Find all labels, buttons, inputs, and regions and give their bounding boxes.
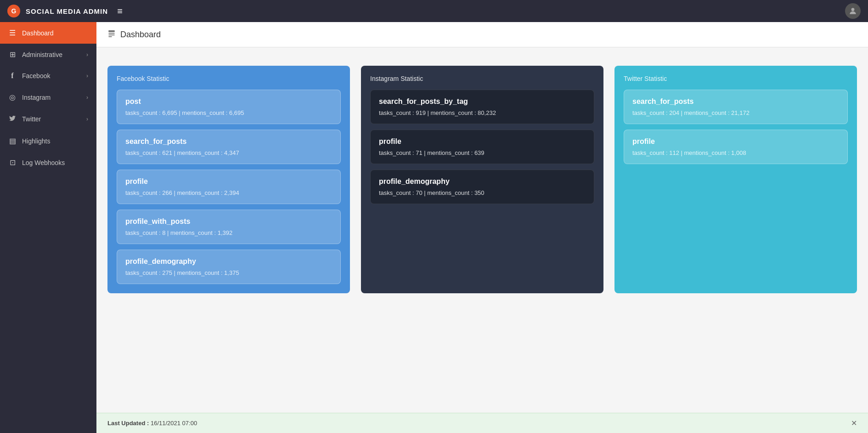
stat-card-fb-profile[interactable]: profile tasks_count : 266 | mentions_cou…: [117, 170, 341, 204]
notification-close-button[interactable]: ✕: [851, 419, 857, 427]
stat-card-counts: tasks_count : 919 | mentions_count : 80,…: [379, 109, 586, 116]
stat-card-fb-search-posts[interactable]: search_for_posts tasks_count : 621 | men…: [117, 130, 341, 164]
last-updated-text: Last Updated : 16/11/2021 07:00: [107, 420, 197, 427]
stat-card-counts: tasks_count : 71 | mentions_count : 639: [379, 149, 586, 156]
chevron-icon: ›: [86, 94, 88, 101]
twitter-icon: [8, 114, 17, 124]
stat-card-name: profile: [125, 177, 332, 186]
last-updated-label: Last Updated :: [107, 420, 149, 427]
sidebar-item-log-webhooks[interactable]: ⊡ Log Webhooks: [0, 152, 96, 173]
page-header: Dashboard: [96, 22, 868, 47]
facebook-stat-section: Facebook Statistic post tasks_count : 6,…: [107, 66, 350, 293]
page-header-icon: [107, 29, 116, 40]
svg-rect-4: [108, 36, 112, 37]
top-navbar: G SOCIAL MEDIA ADMIN ≡: [0, 0, 868, 22]
svg-rect-3: [108, 34, 115, 35]
sidebar-item-dashboard[interactable]: ☰ Dashboard: [0, 22, 96, 44]
stat-card-name: profile: [632, 137, 839, 146]
app-title: SOCIAL MEDIA ADMIN: [26, 7, 108, 15]
sidebar-label-instagram: Instagram: [22, 94, 81, 101]
user-avatar[interactable]: [845, 3, 861, 19]
sidebar-label-administrative: Administrative: [22, 51, 81, 58]
stat-card-name: profile_demography: [379, 177, 586, 186]
stat-card-name: profile_demography: [125, 257, 332, 266]
sidebar-item-instagram[interactable]: ◎ Instagram ›: [0, 86, 96, 108]
stat-card-counts: tasks_count : 70 | mentions_count : 350: [379, 189, 586, 196]
log-webhooks-icon: ⊡: [8, 158, 17, 167]
navbar-left: G SOCIAL MEDIA ADMIN ≡: [7, 5, 123, 17]
main-layout: ☰ Dashboard ⊞ Administrative › f Faceboo…: [0, 22, 868, 433]
stat-card-name: search_for_posts: [125, 137, 332, 146]
chevron-icon: ›: [86, 116, 88, 122]
app-logo: G: [7, 5, 20, 17]
stat-card-counts: tasks_count : 204 | mentions_count : 21,…: [632, 109, 839, 116]
stat-card-ig-search-tag[interactable]: search_for_posts_by_tag tasks_count : 91…: [370, 90, 594, 124]
sidebar-item-facebook[interactable]: f Facebook ›: [0, 65, 96, 86]
sidebar-label-highlights: Highlights: [22, 137, 88, 145]
administrative-icon: ⊞: [8, 50, 17, 59]
sidebar-item-twitter[interactable]: Twitter ›: [0, 108, 96, 130]
stat-card-counts: tasks_count : 275 | mentions_count : 1,3…: [125, 269, 332, 276]
facebook-icon: f: [8, 72, 17, 80]
twitter-stat-section: Twitter Statistic search_for_posts tasks…: [614, 66, 857, 293]
content-area: Dashboard Facebook Statistic post tasks_…: [96, 22, 868, 433]
stat-card-name: search_for_posts: [632, 97, 839, 106]
sidebar-label-twitter: Twitter: [22, 115, 81, 123]
stat-card-name: profile_with_posts: [125, 217, 332, 226]
stat-card-ig-profile[interactable]: profile tasks_count : 71 | mentions_coun…: [370, 130, 594, 164]
stat-card-ig-profile-demography[interactable]: profile_demography tasks_count : 70 | me…: [370, 170, 594, 204]
page-title: Dashboard: [120, 30, 161, 40]
stat-card-fb-post[interactable]: post tasks_count : 6,695 | mentions_coun…: [117, 90, 341, 124]
stat-card-counts: tasks_count : 8 | mentions_count : 1,392: [125, 229, 332, 236]
sidebar-label-dashboard: Dashboard: [22, 29, 88, 37]
instagram-stat-section: Instagram Statistic search_for_posts_by_…: [361, 66, 603, 293]
dashboard-icon: ☰: [8, 28, 17, 37]
stat-card-counts: tasks_count : 266 | mentions_count : 2,3…: [125, 189, 332, 196]
twitter-stat-title: Twitter Statistic: [624, 75, 848, 82]
sidebar-label-facebook: Facebook: [22, 72, 81, 80]
stat-card-fb-profile-with-posts[interactable]: profile_with_posts tasks_count : 8 | men…: [117, 210, 341, 244]
last-updated-value: 16/11/2021 07:00: [151, 420, 197, 427]
stats-grid: Facebook Statistic post tasks_count : 6,…: [107, 66, 857, 293]
footer-notification: Last Updated : 16/11/2021 07:00 ✕: [96, 413, 868, 433]
sidebar-label-log-webhooks: Log Webhooks: [22, 159, 88, 166]
hamburger-icon[interactable]: ≡: [117, 6, 123, 17]
instagram-stat-title: Instagram Statistic: [370, 75, 594, 82]
sidebar-item-administrative[interactable]: ⊞ Administrative ›: [0, 44, 96, 65]
stat-card-name: profile: [379, 137, 586, 146]
chevron-icon: ›: [86, 51, 88, 58]
stat-card-tw-profile[interactable]: profile tasks_count : 112 | mentions_cou…: [624, 130, 848, 164]
stat-card-name: search_for_posts_by_tag: [379, 97, 586, 106]
facebook-stat-title: Facebook Statistic: [117, 75, 341, 82]
svg-rect-1: [108, 30, 115, 32]
dashboard-content: Facebook Statistic post tasks_count : 6,…: [96, 47, 868, 413]
stat-card-name: post: [125, 97, 332, 106]
stat-card-counts: tasks_count : 112 | mentions_count : 1,0…: [632, 149, 839, 156]
stat-card-fb-profile-demography[interactable]: profile_demography tasks_count : 275 | m…: [117, 250, 341, 284]
svg-point-0: [851, 8, 855, 11]
stat-card-tw-search-posts[interactable]: search_for_posts tasks_count : 204 | men…: [624, 90, 848, 124]
instagram-icon: ◎: [8, 93, 17, 102]
chevron-icon: ›: [86, 73, 88, 79]
stat-card-counts: tasks_count : 6,695 | mentions_count : 6…: [125, 109, 332, 116]
stat-card-counts: tasks_count : 621 | mentions_count : 4,3…: [125, 149, 332, 156]
sidebar-item-highlights[interactable]: ▤ Highlights: [0, 130, 96, 152]
svg-rect-2: [108, 33, 115, 34]
highlights-icon: ▤: [8, 137, 17, 145]
sidebar: ☰ Dashboard ⊞ Administrative › f Faceboo…: [0, 22, 96, 433]
